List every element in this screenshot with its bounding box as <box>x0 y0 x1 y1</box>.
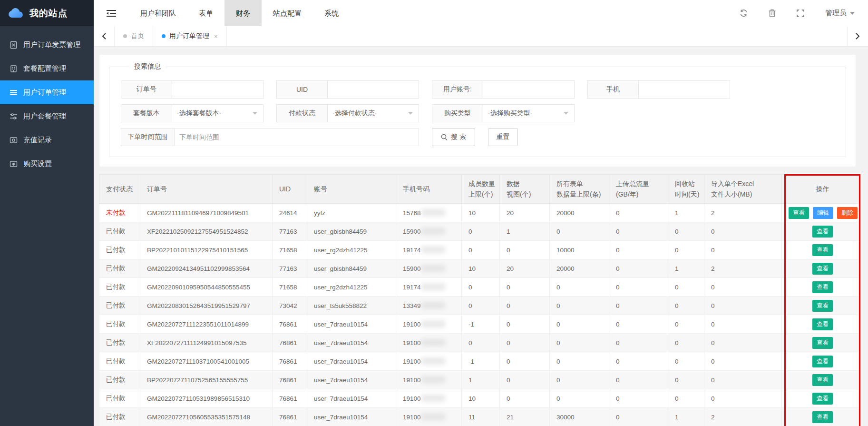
nav-item-2[interactable]: 表单 <box>187 0 224 26</box>
tab-2[interactable]: 用户订单管理× <box>153 26 227 46</box>
order-list-icon <box>10 89 18 97</box>
site-logo[interactable]: 我的站点 <box>0 0 94 26</box>
order-time-range-field: 下单时间范围 <box>121 128 419 146</box>
order-number: GM20221118110946971009849501 <box>140 204 273 222</box>
view-button[interactable]: 查看 <box>812 300 833 312</box>
field-input[interactable] <box>483 80 575 99</box>
view-button[interactable]: 查看 <box>812 226 833 238</box>
collapse-sidebar-icon[interactable] <box>94 10 129 17</box>
table-row: 已付款GM2022072711122355101101489976861user… <box>99 315 859 334</box>
view-button[interactable]: 查看 <box>812 318 833 330</box>
close-icon[interactable]: × <box>214 33 218 40</box>
order-number: XF20220727111124991015097535 <box>140 334 273 352</box>
data-views: 0 <box>500 389 550 408</box>
table-row: 已付款XF2022102509212755495152485277163user… <box>99 222 859 241</box>
select-box[interactable]: -选择套餐版本- <box>172 104 263 122</box>
tab-1[interactable]: 首页 <box>115 26 153 46</box>
view-button[interactable]: 查看 <box>812 337 833 349</box>
sidebar-item-4[interactable]: 用户套餐管理 <box>0 104 94 128</box>
edit-button[interactable]: 编辑 <box>813 207 833 219</box>
order-number: GM20220727110531989856515310 <box>140 389 273 408</box>
field-label: 手机 <box>587 80 638 99</box>
order-number: GM20220727111037100541001005 <box>140 352 273 371</box>
tabs-scroll-right-icon[interactable] <box>847 26 868 46</box>
data-views: 0 <box>500 371 550 389</box>
tabs-scroll-left-icon[interactable] <box>94 26 115 46</box>
view-button[interactable]: 查看 <box>812 244 833 256</box>
field-input[interactable] <box>172 80 263 99</box>
user-package-icon <box>10 112 18 120</box>
sidebar-menu: 用户订单发票管理套餐配置管理用户订单管理用户套餐管理充值记录购买设置 <box>0 26 94 176</box>
reset-button[interactable]: 重置 <box>488 128 518 146</box>
actions-cell: 查看 <box>787 352 859 371</box>
phone-blur-mask <box>421 376 445 383</box>
order-number: XF20221025092127554951524852 <box>140 222 273 241</box>
sidebar-item-label: 用户套餐管理 <box>23 112 66 121</box>
phone-blur-mask <box>421 357 445 365</box>
select-box[interactable]: -选择付款状态- <box>327 104 419 122</box>
recycle-days: 0 <box>668 241 704 259</box>
sidebar-item-6[interactable]: 购买设置 <box>0 152 94 176</box>
clipped-cell: 0 <box>782 278 787 297</box>
form-data-limit: 0 <box>550 389 609 408</box>
clipped-cell: 0 <box>782 222 787 241</box>
excel-size: 2 <box>704 204 782 222</box>
fullscreen-icon[interactable] <box>797 10 804 17</box>
order-number: GM20220924134951102999853564 <box>140 259 273 278</box>
view-button[interactable]: 查看 <box>812 393 833 405</box>
field-label: UID <box>276 80 327 99</box>
actions-cell: 查看 <box>787 334 859 352</box>
view-button[interactable]: 查看 <box>789 207 809 219</box>
nav-item-4[interactable]: 站点配置 <box>262 0 313 26</box>
view-button[interactable]: 查看 <box>812 281 833 293</box>
sidebar-item-3[interactable]: 用户订单管理 <box>0 80 94 104</box>
search-legend: 搜索信息 <box>129 62 166 71</box>
order-time-range-label: 下单时间范围 <box>121 128 174 146</box>
uid: 76861 <box>273 408 307 426</box>
search-field-2: UID <box>276 80 419 99</box>
view-button[interactable]: 查看 <box>812 374 833 386</box>
order-time-range-input[interactable] <box>174 128 419 146</box>
phone-blur-mask <box>421 413 445 420</box>
refresh-icon[interactable] <box>740 9 748 17</box>
data-views: 1 <box>500 222 550 241</box>
nav-item-3[interactable]: 财务 <box>224 0 262 26</box>
payment-status: 已付款 <box>99 334 140 352</box>
form-data-limit: 30000 <box>550 408 609 426</box>
recycle-days: 0 <box>668 389 704 408</box>
phone-blur-mask <box>421 302 445 309</box>
members-limit: 0 <box>462 297 500 315</box>
site-title: 我的站点 <box>29 7 68 20</box>
field-input[interactable] <box>638 80 730 99</box>
view-button[interactable]: 查看 <box>812 263 833 275</box>
admin-user-menu[interactable]: 管理员 <box>825 9 855 18</box>
sidebar-item-5[interactable]: 充值记录 <box>0 128 94 152</box>
payment-status: 已付款 <box>99 371 140 389</box>
sidebar-item-2[interactable]: 套餐配置管理 <box>0 57 94 80</box>
excel-size: 2 <box>704 259 782 278</box>
chevron-down-icon <box>253 112 257 115</box>
orders-table: 支付状态订单号UID账号手机号码成员数量上限(个)数据视图(个)所有表单数据量上… <box>99 174 859 426</box>
trash-icon[interactable] <box>769 9 776 17</box>
sidebar-item-1[interactable]: 用户订单发票管理 <box>0 33 94 57</box>
nav-item-1[interactable]: 用户和团队 <box>129 0 187 26</box>
payment-status: 已付款 <box>99 315 140 334</box>
select-box[interactable]: -选择购买类型- <box>483 104 575 122</box>
data-views: 0 <box>500 297 550 315</box>
phone-number: 19100 <box>396 315 462 334</box>
search-button[interactable]: 搜 索 <box>432 128 475 146</box>
col-header-10: 回收站时间(天) <box>668 175 704 204</box>
sidebar-item-label: 用户订单发票管理 <box>23 40 80 50</box>
table-row: 已付款XF2022072711112499101509753576861user… <box>99 334 859 352</box>
form-data-limit: 20000 <box>550 259 609 278</box>
nav-item-5[interactable]: 系统 <box>313 0 350 26</box>
search-field-3: 用户账号: <box>432 80 575 99</box>
payment-status: 已付款 <box>99 259 140 278</box>
account: user_7draeu10154 <box>307 334 396 352</box>
view-button[interactable]: 查看 <box>812 411 833 423</box>
view-button[interactable]: 查看 <box>812 356 833 367</box>
members-limit: 0 <box>462 334 500 352</box>
chevron-down-icon <box>408 112 413 115</box>
delete-button[interactable]: 删除 <box>837 207 858 219</box>
field-input[interactable] <box>327 80 419 99</box>
